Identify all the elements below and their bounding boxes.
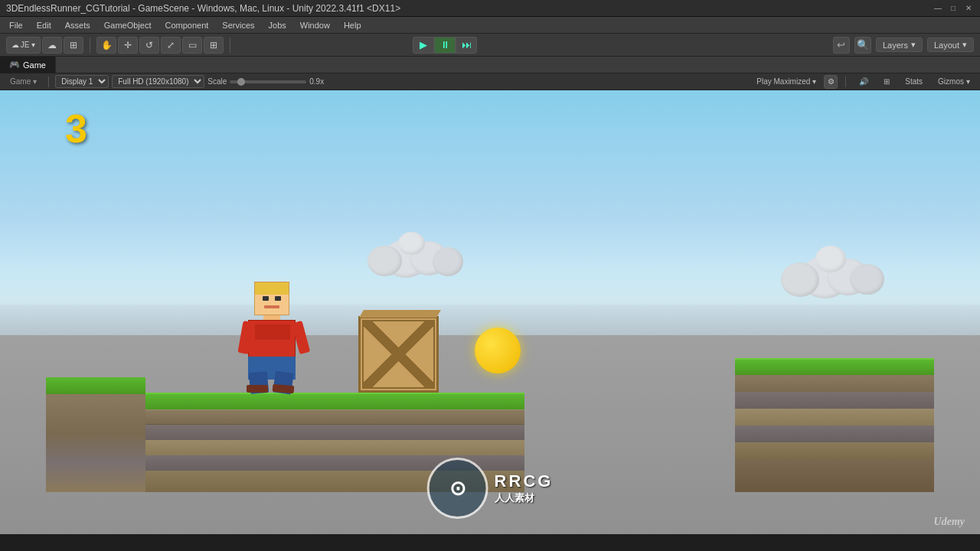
cloud-2	[781, 240, 888, 301]
menu-help[interactable]: Help	[338, 19, 368, 31]
search-button[interactable]: 🔍	[854, 37, 871, 54]
settings-button[interactable]: ⚙	[824, 75, 838, 89]
account-button[interactable]: ☁ JE ▾	[6, 37, 41, 54]
undo-button[interactable]: ↩	[833, 37, 850, 54]
watermark: ⊙ RRCG 人人素材	[427, 458, 554, 519]
transform-tool-button[interactable]: ⊞	[204, 37, 224, 54]
game-tab-label: Game	[23, 60, 46, 70]
collab-icon: ☁	[47, 40, 57, 51]
game-viewport: 3	[0, 90, 980, 534]
toolbar-separator-2	[230, 37, 230, 53]
game-toolbar-right: Play Maximized ▾ ⚙ 🔊 ⊞ Stats Gizmos ▾	[753, 75, 975, 89]
gizmos-label: Gizmos	[938, 77, 964, 86]
services-icon-button[interactable]: ⊞	[64, 37, 83, 54]
scale-slider-track[interactable]	[230, 80, 306, 83]
close-button[interactable]: ✕	[963, 3, 974, 14]
menu-assets[interactable]: Assets	[59, 19, 96, 31]
menu-jobs[interactable]: Jobs	[263, 19, 292, 31]
stats-label: Stats	[905, 77, 923, 86]
gizmos-chevron-icon: ▾	[966, 77, 970, 86]
title-bar-text: 3DEndlessRunner_CGTutorial - GameScene -…	[6, 3, 400, 14]
play-maximized-label: Play Maximized	[756, 77, 810, 86]
rotate-tool-button[interactable]: ↺	[139, 37, 159, 54]
game-tab[interactable]: 🎮 Game	[0, 57, 56, 73]
scale-label: Scale	[207, 77, 227, 86]
hand-tool-button[interactable]: ✋	[96, 37, 116, 54]
tools-group: ✋ ✛ ↺ ⤢ ▭ ⊞	[96, 37, 224, 54]
right-block-stack	[735, 358, 934, 492]
gizmos-button[interactable]: Gizmos ▾	[933, 76, 975, 87]
game-icon: 🎮	[9, 60, 20, 70]
left-edge-block	[46, 377, 145, 492]
play-button[interactable]: ▶	[413, 37, 434, 54]
watermark-chinese: 人人素材	[495, 491, 554, 505]
layers-label: Layers	[883, 41, 908, 50]
game-dropdown-icon: ▾	[33, 77, 37, 86]
aspect-ratio-button[interactable]: ⊞	[878, 76, 895, 87]
scale-slider-thumb[interactable]	[237, 78, 245, 86]
grid-icon: ⊞	[70, 40, 77, 51]
scale-value: 0.9x	[309, 77, 324, 86]
play-maximized-button[interactable]: Play Maximized ▾	[753, 77, 819, 86]
right-toolbar: ↩ 🔍 Layers ▾ Layout ▾	[833, 37, 974, 54]
score-display: 3	[65, 106, 87, 152]
game-label: Game ▾	[5, 76, 42, 87]
account-label: JE ▾	[21, 41, 35, 49]
menu-bar: File Edit Assets GameObject Component Se…	[0, 17, 980, 34]
scale-control: Scale 0.9x	[207, 77, 324, 86]
menu-gameobject[interactable]: GameObject	[98, 19, 158, 31]
stats-button[interactable]: Stats	[900, 76, 928, 87]
character	[237, 282, 306, 393]
step-button[interactable]: ⏭	[456, 37, 477, 54]
watermark-rrcg: RRCG	[495, 471, 554, 491]
play-controls: ▶ ⏸ ⏭	[413, 37, 477, 54]
menu-component[interactable]: Component	[158, 19, 214, 31]
layout-label: Layout	[934, 41, 959, 50]
menu-services[interactable]: Services	[216, 19, 260, 31]
menu-edit[interactable]: Edit	[31, 19, 57, 31]
toolbar: ☁ JE ▾ ☁ ⊞ ✋ ✛ ↺ ⤢ ▭ ⊞ ▶ ⏸ ⏭ ↩ 🔍 Layers …	[0, 34, 980, 57]
gizmos-sep	[845, 77, 846, 87]
game-toolbar: Game ▾ Display 1 Full HD (1920x1080) Sca…	[0, 73, 980, 90]
game-toolbar-sep1	[48, 77, 49, 87]
maximize-button[interactable]: □	[948, 3, 959, 14]
audio-button[interactable]: 🔊	[854, 76, 874, 87]
menu-window[interactable]: Window	[294, 19, 336, 31]
move-tool-button[interactable]: ✛	[118, 37, 138, 54]
account-icon: ☁	[11, 41, 19, 49]
account-group: ☁ JE ▾ ☁ ⊞	[6, 37, 83, 54]
layers-chevron-icon: ▾	[911, 40, 916, 50]
coin-object	[475, 328, 521, 373]
rect-tool-button[interactable]: ▭	[182, 37, 202, 54]
toolbar-separator-1	[90, 37, 90, 53]
crate-object	[358, 316, 439, 393]
tab-bar: 🎮 Game	[0, 57, 980, 73]
title-bar: 3DEndlessRunner_CGTutorial - GameScene -…	[0, 0, 980, 17]
pause-button[interactable]: ⏸	[434, 37, 456, 54]
menu-file[interactable]: File	[3, 19, 29, 31]
window-controls: — □ ✕	[933, 3, 974, 14]
udemy-logo: Udemy	[934, 516, 965, 528]
minimize-button[interactable]: —	[933, 3, 943, 14]
scale-tool-button[interactable]: ⤢	[161, 37, 181, 54]
layers-dropdown[interactable]: Layers ▾	[876, 37, 923, 52]
layout-dropdown[interactable]: Layout ▾	[927, 37, 974, 52]
layout-chevron-icon: ▾	[962, 40, 967, 50]
play-maximized-chevron: ▾	[812, 77, 816, 86]
cloud-1	[368, 224, 467, 278]
collab-button[interactable]: ☁	[42, 37, 62, 54]
display-select[interactable]: Display 1	[55, 75, 109, 88]
resolution-select[interactable]: Full HD (1920x1080)	[112, 75, 204, 88]
